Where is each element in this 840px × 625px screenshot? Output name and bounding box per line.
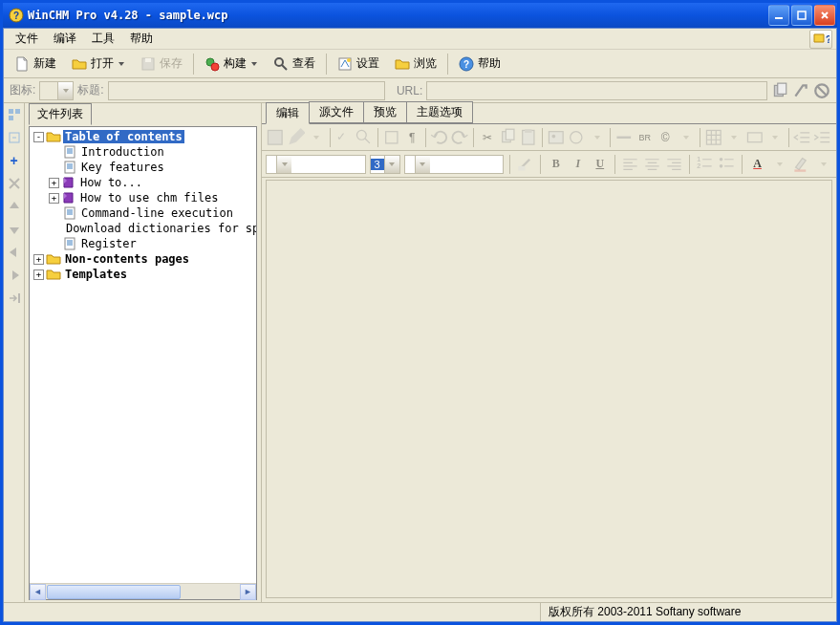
move-right-icon[interactable] [7,268,22,283]
dropdown-icon[interactable] [724,127,743,148]
tab-options[interactable]: 主题选项 [406,101,473,123]
menu-tools[interactable]: 工具 [84,29,122,49]
editor-body[interactable] [266,180,832,598]
indent-icon[interactable] [7,291,22,306]
help-button[interactable]: ? 帮助 [452,53,507,75]
scroll-thumb[interactable] [47,585,181,599]
tree-item[interactable]: Command-line execution [30,205,256,221]
cell-icon[interactable] [745,127,765,148]
minimize-button[interactable] [768,5,789,26]
expand-icon[interactable]: + [49,178,59,188]
link-icon[interactable] [792,82,809,99]
cut-icon[interactable]: ✂ [478,127,497,148]
dropdown-icon[interactable] [765,127,785,148]
table-icon[interactable] [704,127,723,148]
maximize-button[interactable] [791,5,812,26]
br-icon[interactable]: BR [635,127,655,148]
copy-icon[interactable] [771,82,788,99]
copy-icon[interactable] [499,127,518,148]
style-combo[interactable] [266,155,366,174]
menu-compile[interactable]: 编译 [46,29,84,49]
expand-icon[interactable]: + [33,254,44,265]
tree-hscrollbar[interactable]: ◄ ► [30,583,256,599]
open-dropdown[interactable] [118,62,125,66]
dropdown-icon[interactable] [677,127,696,148]
hr-icon[interactable] [614,127,634,148]
file-list-tab[interactable]: 文件列表 [29,103,92,125]
redo-icon[interactable] [450,127,469,148]
image-icon[interactable] [547,127,566,148]
build-button[interactable]: 构建 [198,53,265,75]
dropdown-icon[interactable] [770,155,788,174]
delete-icon[interactable] [7,176,22,191]
build-dropdown[interactable] [250,62,258,66]
align-left-icon[interactable] [621,155,639,174]
clear-format-icon[interactable] [516,155,534,174]
find-icon[interactable] [355,127,374,148]
url-field[interactable] [426,81,767,100]
tree-collapse-icon[interactable] [7,130,22,145]
fontsize-combo[interactable]: 3 [370,155,400,174]
tree-expand-icon[interactable] [7,107,22,122]
menu-help[interactable]: 帮助 [122,29,161,49]
align-center-icon[interactable] [643,155,661,174]
browse-button[interactable]: 浏览 [388,53,443,75]
spellcheck-icon[interactable]: ✓ [334,127,354,148]
expand-icon[interactable]: + [49,193,59,204]
title-bar[interactable]: ? WinCHM Pro v4.28 - sample.wcp [3,3,837,28]
tree-item[interactable]: Download dictionaries for sp [30,221,256,236]
paste-icon[interactable] [519,127,538,148]
paragraph-icon[interactable]: ¶ [402,127,421,148]
tab-preview[interactable]: 预览 [363,101,407,123]
outdent-icon[interactable] [793,127,812,148]
highlight-icon[interactable] [792,155,810,174]
context-help-button[interactable]: ? [809,30,832,49]
block-icon[interactable] [813,82,830,99]
title-field[interactable] [108,81,385,100]
tab-source[interactable]: 源文件 [309,101,364,123]
content-tree[interactable]: - Table of contents Introduction Key fea… [30,127,256,583]
style-icon[interactable] [382,127,401,148]
tree-item[interactable]: + How to use chm files [30,190,256,205]
tab-edit[interactable]: 编辑 [266,102,310,124]
view-button[interactable]: 查看 [267,53,322,75]
copyright-icon[interactable]: © [656,127,675,148]
undo-icon[interactable] [430,127,449,148]
edit-icon[interactable] [287,127,306,148]
tree-item[interactable]: Key features [30,160,256,175]
underline-icon[interactable]: U [591,155,609,174]
tree-item[interactable]: Register [30,236,256,251]
font-color-icon[interactable]: A [748,155,766,174]
scroll-right-icon[interactable]: ► [240,584,256,600]
tree-item[interactable]: Introduction [30,144,256,160]
save-icon[interactable] [266,127,285,148]
menu-file[interactable]: 文件 [8,29,46,49]
bold-icon[interactable]: B [547,155,565,174]
tree-item[interactable]: + How to... [30,175,256,190]
move-left-icon[interactable] [7,245,22,260]
move-down-icon[interactable] [7,222,22,237]
scroll-left-icon[interactable]: ◄ [30,584,46,600]
tree-item[interactable]: + Templates [30,267,256,282]
indent-icon[interactable] [813,127,832,148]
ordered-list-icon[interactable]: 12 [696,155,714,174]
settings-button[interactable]: 设置 [331,53,386,75]
collapse-icon[interactable]: - [33,132,44,142]
open-button[interactable]: 打开 [65,53,132,75]
close-button[interactable] [814,5,835,26]
dropdown-icon[interactable] [814,155,832,174]
save-button[interactable]: 保存 [134,53,189,75]
dropdown-icon[interactable] [588,127,607,148]
font-combo[interactable] [404,155,505,174]
tree-item[interactable]: + Non-contents pages [30,251,256,267]
icon-combo[interactable] [39,81,74,100]
new-button[interactable]: 新建 [8,53,63,75]
move-up-icon[interactable] [7,199,22,214]
unordered-list-icon[interactable] [718,155,736,174]
align-right-icon[interactable] [665,155,683,174]
add-icon[interactable]: + [7,153,22,168]
expand-icon[interactable]: + [33,269,44,280]
tree-root[interactable]: - Table of contents [30,129,256,144]
dropdown-icon[interactable] [307,127,326,148]
link-icon[interactable] [567,127,586,148]
